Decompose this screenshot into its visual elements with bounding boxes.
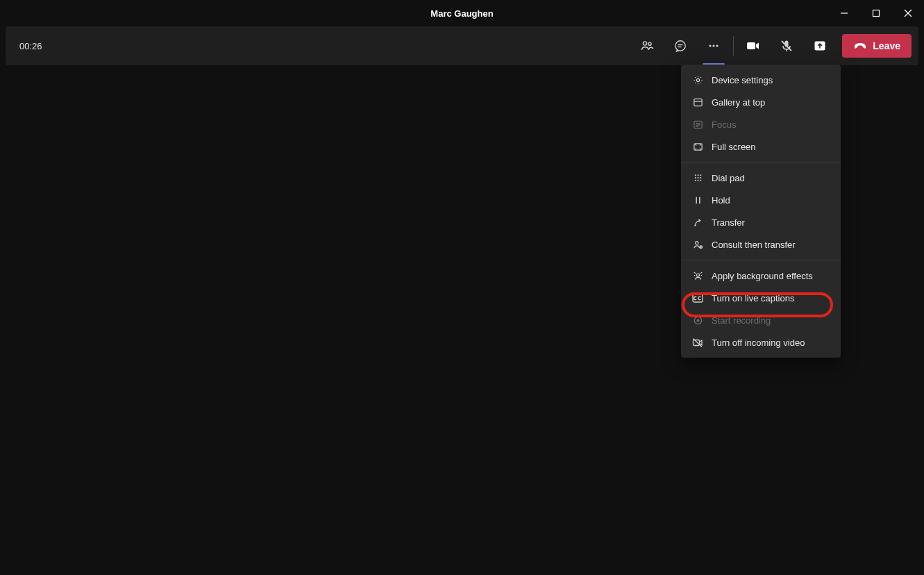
menu-item-focus: Focus xyxy=(681,113,841,135)
more-actions-menu: Device settingsGallery at topFocusFull s… xyxy=(681,65,841,358)
chat-icon xyxy=(673,39,687,53)
svg-point-28 xyxy=(694,177,696,178)
svg-point-9 xyxy=(709,44,712,47)
more-icon xyxy=(707,39,721,53)
bg-effects-icon xyxy=(692,270,703,281)
toolbar-separator xyxy=(733,36,734,56)
video-off-icon xyxy=(692,337,703,348)
focus-icon xyxy=(692,119,703,130)
menu-item-label: Transfer xyxy=(712,217,745,228)
leave-button[interactable]: Leave xyxy=(842,34,912,58)
menu-item-live-captions[interactable]: Turn on live captions xyxy=(681,287,841,309)
minimize-button[interactable] xyxy=(828,0,860,26)
svg-point-41 xyxy=(696,274,699,276)
svg-point-11 xyxy=(716,44,719,47)
svg-point-10 xyxy=(713,44,715,47)
titlebar: Marc Gaughen xyxy=(0,0,924,26)
svg-rect-18 xyxy=(694,99,701,106)
hold-icon xyxy=(692,194,703,206)
svg-point-6 xyxy=(675,41,685,51)
menu-item-label: Turn off incoming video xyxy=(712,338,805,348)
transfer-icon xyxy=(692,217,703,228)
more-actions-button[interactable] xyxy=(697,26,730,65)
menu-item-label: Apply background effects xyxy=(712,271,813,281)
svg-point-30 xyxy=(700,177,701,178)
menu-item-start-recording: Start recording xyxy=(681,309,841,331)
window-title: Marc Gaughen xyxy=(430,8,493,19)
dialpad-icon xyxy=(692,172,703,183)
menu-item-dial-pad[interactable]: Dial pad xyxy=(681,167,841,189)
svg-rect-1 xyxy=(873,10,880,17)
svg-point-29 xyxy=(697,177,698,178)
menu-item-label: Device settings xyxy=(712,75,773,85)
menu-item-transfer[interactable]: Transfer xyxy=(681,211,841,233)
mic-muted-icon xyxy=(780,39,793,53)
menu-separator xyxy=(681,162,841,162)
menu-item-label: Consult then transfer xyxy=(712,240,796,250)
maximize-button[interactable] xyxy=(860,0,892,26)
leave-label: Leave xyxy=(873,40,900,51)
menu-item-incoming-video-off[interactable]: Turn off incoming video xyxy=(681,331,841,353)
call-tools: Leave xyxy=(630,26,912,65)
menu-item-gallery-top[interactable]: Gallery at top xyxy=(681,91,841,113)
menu-item-label: Turn on live captions xyxy=(712,293,794,303)
menu-item-bg-effects[interactable]: Apply background effects xyxy=(681,265,841,287)
menu-item-label: Start recording xyxy=(712,315,771,326)
svg-line-42 xyxy=(694,272,695,273)
svg-point-48 xyxy=(696,319,699,322)
svg-point-25 xyxy=(694,174,696,176)
menu-item-label: Focus xyxy=(712,119,736,130)
close-button[interactable] xyxy=(892,0,924,26)
consult-transfer-icon xyxy=(692,239,703,250)
menu-item-label: Dial pad xyxy=(712,173,745,183)
camera-icon xyxy=(746,39,761,53)
cc-icon xyxy=(692,292,703,303)
svg-point-37 xyxy=(695,241,698,244)
share-button[interactable] xyxy=(803,26,837,65)
menu-item-device-settings[interactable]: Device settings xyxy=(681,69,841,91)
camera-button[interactable] xyxy=(737,26,770,65)
gear-icon xyxy=(692,74,703,85)
svg-point-36 xyxy=(694,224,696,226)
svg-point-33 xyxy=(700,179,701,181)
menu-separator xyxy=(681,260,841,260)
svg-point-5 xyxy=(648,42,651,45)
menu-item-hold[interactable]: Hold xyxy=(681,189,841,211)
menu-item-consult-transfer[interactable]: Consult then transfer xyxy=(681,233,841,256)
svg-point-27 xyxy=(700,174,701,176)
svg-point-26 xyxy=(697,174,698,176)
gallery-top-icon xyxy=(692,97,703,108)
people-icon xyxy=(640,39,654,53)
participants-button[interactable] xyxy=(630,26,664,65)
window-controls xyxy=(828,0,924,26)
hangup-icon xyxy=(853,41,867,51)
mic-button[interactable] xyxy=(770,26,803,65)
menu-item-label: Hold xyxy=(712,195,730,206)
svg-line-43 xyxy=(700,272,702,273)
fullscreen-icon xyxy=(692,141,703,152)
svg-point-31 xyxy=(694,179,696,181)
svg-rect-12 xyxy=(747,42,755,49)
menu-item-full-screen[interactable]: Full screen xyxy=(681,135,841,158)
menu-item-label: Full screen xyxy=(712,142,756,152)
svg-rect-49 xyxy=(694,340,700,345)
menu-item-label: Gallery at top xyxy=(712,97,765,108)
share-screen-icon xyxy=(813,39,827,53)
call-timer: 00:26 xyxy=(19,41,42,51)
chat-button[interactable] xyxy=(664,26,697,65)
svg-point-32 xyxy=(697,179,698,181)
svg-point-17 xyxy=(696,78,699,81)
svg-point-4 xyxy=(644,42,647,45)
call-control-bar: 00:26 xyxy=(6,26,918,65)
record-icon xyxy=(692,315,703,326)
